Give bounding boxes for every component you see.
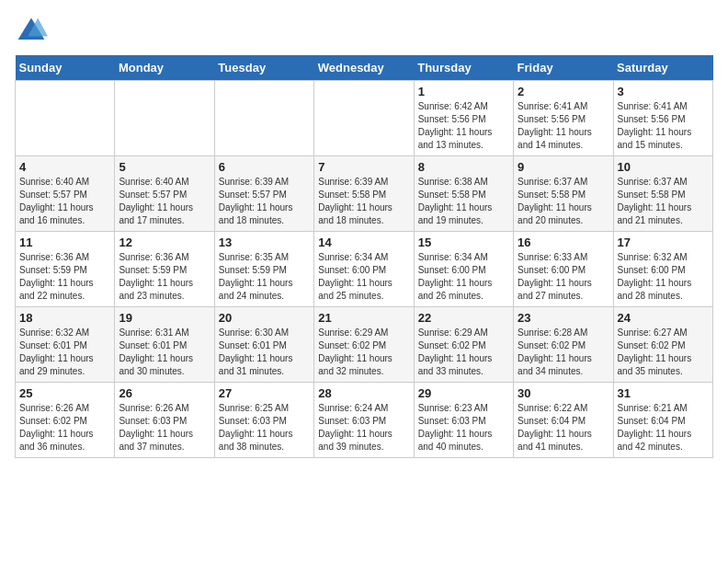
calendar-cell: 31Sunrise: 6:21 AM Sunset: 6:04 PM Dayli… bbox=[613, 383, 712, 458]
calendar-cell: 6Sunrise: 6:39 AM Sunset: 5:57 PM Daylig… bbox=[214, 156, 313, 232]
day-info: Sunrise: 6:36 AM Sunset: 5:59 PM Dayligh… bbox=[19, 251, 110, 303]
day-number: 31 bbox=[618, 386, 709, 400]
day-number: 3 bbox=[618, 85, 709, 98]
week-row-5: 25Sunrise: 6:26 AM Sunset: 6:02 PM Dayli… bbox=[16, 383, 713, 458]
day-info: Sunrise: 6:29 AM Sunset: 6:02 PM Dayligh… bbox=[318, 327, 409, 378]
day-number: 12 bbox=[119, 236, 210, 249]
day-number: 23 bbox=[518, 311, 609, 325]
day-info: Sunrise: 6:24 AM Sunset: 6:03 PM Dayligh… bbox=[318, 402, 409, 454]
calendar-cell: 17Sunrise: 6:32 AM Sunset: 6:00 PM Dayli… bbox=[613, 232, 712, 307]
day-number: 19 bbox=[119, 311, 210, 325]
calendar-cell: 2Sunrise: 6:41 AM Sunset: 5:56 PM Daylig… bbox=[514, 81, 613, 156]
day-info: Sunrise: 6:35 AM Sunset: 5:59 PM Dayligh… bbox=[219, 251, 310, 303]
day-number: 14 bbox=[318, 236, 409, 249]
day-info: Sunrise: 6:32 AM Sunset: 6:00 PM Dayligh… bbox=[618, 251, 709, 303]
calendar-cell: 25Sunrise: 6:26 AM Sunset: 6:02 PM Dayli… bbox=[16, 383, 115, 458]
day-info: Sunrise: 6:25 AM Sunset: 6:03 PM Dayligh… bbox=[219, 402, 310, 454]
logo bbox=[15, 15, 53, 48]
day-number: 10 bbox=[618, 160, 709, 174]
day-info: Sunrise: 6:29 AM Sunset: 6:02 PM Dayligh… bbox=[418, 327, 509, 378]
calendar-cell: 13Sunrise: 6:35 AM Sunset: 5:59 PM Dayli… bbox=[214, 232, 313, 307]
day-info: Sunrise: 6:39 AM Sunset: 5:58 PM Dayligh… bbox=[318, 176, 409, 227]
calendar-cell: 30Sunrise: 6:22 AM Sunset: 6:04 PM Dayli… bbox=[514, 383, 613, 458]
calendar-cell: 27Sunrise: 6:25 AM Sunset: 6:03 PM Dayli… bbox=[214, 383, 313, 458]
calendar-cell: 20Sunrise: 6:30 AM Sunset: 6:01 PM Dayli… bbox=[214, 307, 313, 383]
day-info: Sunrise: 6:37 AM Sunset: 5:58 PM Dayligh… bbox=[618, 176, 709, 227]
calendar-cell: 28Sunrise: 6:24 AM Sunset: 6:03 PM Dayli… bbox=[314, 383, 414, 458]
day-number: 16 bbox=[518, 236, 609, 249]
day-info: Sunrise: 6:39 AM Sunset: 5:57 PM Dayligh… bbox=[219, 176, 310, 227]
calendar-cell: 1Sunrise: 6:42 AM Sunset: 5:56 PM Daylig… bbox=[414, 81, 513, 156]
day-info: Sunrise: 6:34 AM Sunset: 6:00 PM Dayligh… bbox=[418, 251, 509, 303]
day-info: Sunrise: 6:32 AM Sunset: 6:01 PM Dayligh… bbox=[19, 327, 110, 378]
day-info: Sunrise: 6:22 AM Sunset: 6:04 PM Dayligh… bbox=[518, 402, 609, 454]
week-row-2: 4Sunrise: 6:40 AM Sunset: 5:57 PM Daylig… bbox=[16, 156, 713, 232]
day-number: 13 bbox=[219, 236, 310, 249]
day-number: 6 bbox=[219, 160, 310, 174]
day-info: Sunrise: 6:40 AM Sunset: 5:57 PM Dayligh… bbox=[19, 176, 110, 227]
calendar-cell: 3Sunrise: 6:41 AM Sunset: 5:56 PM Daylig… bbox=[613, 81, 712, 156]
day-number: 29 bbox=[418, 386, 509, 400]
header-tuesday: Tuesday bbox=[214, 55, 313, 81]
day-number: 18 bbox=[19, 311, 110, 325]
day-number: 8 bbox=[418, 160, 509, 174]
day-info: Sunrise: 6:23 AM Sunset: 6:03 PM Dayligh… bbox=[418, 402, 509, 454]
week-row-3: 11Sunrise: 6:36 AM Sunset: 5:59 PM Dayli… bbox=[16, 232, 713, 307]
day-info: Sunrise: 6:31 AM Sunset: 6:01 PM Dayligh… bbox=[119, 327, 210, 378]
header-friday: Friday bbox=[514, 55, 613, 81]
calendar-cell bbox=[314, 81, 414, 156]
day-number: 28 bbox=[318, 386, 409, 400]
header-saturday: Saturday bbox=[613, 55, 712, 81]
calendar-cell: 10Sunrise: 6:37 AM Sunset: 5:58 PM Dayli… bbox=[613, 156, 712, 232]
calendar-cell: 8Sunrise: 6:38 AM Sunset: 5:58 PM Daylig… bbox=[414, 156, 513, 232]
calendar-cell: 16Sunrise: 6:33 AM Sunset: 6:00 PM Dayli… bbox=[514, 232, 613, 307]
calendar-cell bbox=[115, 81, 214, 156]
week-row-1: 1Sunrise: 6:42 AM Sunset: 5:56 PM Daylig… bbox=[16, 81, 713, 156]
day-info: Sunrise: 6:26 AM Sunset: 6:02 PM Dayligh… bbox=[19, 402, 110, 454]
header-wednesday: Wednesday bbox=[314, 55, 414, 81]
day-info: Sunrise: 6:41 AM Sunset: 5:56 PM Dayligh… bbox=[518, 100, 609, 152]
day-number: 26 bbox=[119, 386, 210, 400]
day-number: 22 bbox=[418, 311, 509, 325]
day-number: 9 bbox=[518, 160, 609, 174]
day-info: Sunrise: 6:36 AM Sunset: 5:59 PM Dayligh… bbox=[119, 251, 210, 303]
calendar-cell bbox=[16, 81, 115, 156]
day-number: 4 bbox=[19, 160, 110, 174]
day-info: Sunrise: 6:28 AM Sunset: 6:02 PM Dayligh… bbox=[518, 327, 609, 378]
day-info: Sunrise: 6:30 AM Sunset: 6:01 PM Dayligh… bbox=[219, 327, 310, 378]
day-number: 11 bbox=[19, 236, 110, 249]
calendar-cell: 9Sunrise: 6:37 AM Sunset: 5:58 PM Daylig… bbox=[514, 156, 613, 232]
day-number: 25 bbox=[19, 386, 110, 400]
header-sunday: Sunday bbox=[16, 55, 115, 81]
calendar-cell: 24Sunrise: 6:27 AM Sunset: 6:02 PM Dayli… bbox=[613, 307, 712, 383]
day-info: Sunrise: 6:26 AM Sunset: 6:03 PM Dayligh… bbox=[119, 402, 210, 454]
calendar-cell: 26Sunrise: 6:26 AM Sunset: 6:03 PM Dayli… bbox=[115, 383, 214, 458]
day-info: Sunrise: 6:27 AM Sunset: 6:02 PM Dayligh… bbox=[618, 327, 709, 378]
day-info: Sunrise: 6:34 AM Sunset: 6:00 PM Dayligh… bbox=[318, 251, 409, 303]
logo-icon bbox=[15, 15, 48, 48]
header-thursday: Thursday bbox=[414, 55, 513, 81]
calendar-cell: 22Sunrise: 6:29 AM Sunset: 6:02 PM Dayli… bbox=[414, 307, 513, 383]
week-row-4: 18Sunrise: 6:32 AM Sunset: 6:01 PM Dayli… bbox=[16, 307, 713, 383]
calendar-cell: 18Sunrise: 6:32 AM Sunset: 6:01 PM Dayli… bbox=[16, 307, 115, 383]
day-number: 5 bbox=[119, 160, 210, 174]
calendar-cell: 12Sunrise: 6:36 AM Sunset: 5:59 PM Dayli… bbox=[115, 232, 214, 307]
day-info: Sunrise: 6:21 AM Sunset: 6:04 PM Dayligh… bbox=[618, 402, 709, 454]
calendar-cell: 19Sunrise: 6:31 AM Sunset: 6:01 PM Dayli… bbox=[115, 307, 214, 383]
calendar-cell: 23Sunrise: 6:28 AM Sunset: 6:02 PM Dayli… bbox=[514, 307, 613, 383]
day-number: 2 bbox=[518, 85, 609, 98]
calendar-cell: 4Sunrise: 6:40 AM Sunset: 5:57 PM Daylig… bbox=[16, 156, 115, 232]
day-info: Sunrise: 6:42 AM Sunset: 5:56 PM Dayligh… bbox=[418, 100, 509, 152]
day-info: Sunrise: 6:41 AM Sunset: 5:56 PM Dayligh… bbox=[618, 100, 709, 152]
day-number: 20 bbox=[219, 311, 310, 325]
calendar-cell: 11Sunrise: 6:36 AM Sunset: 5:59 PM Dayli… bbox=[16, 232, 115, 307]
calendar-cell: 7Sunrise: 6:39 AM Sunset: 5:58 PM Daylig… bbox=[314, 156, 414, 232]
day-info: Sunrise: 6:33 AM Sunset: 6:00 PM Dayligh… bbox=[518, 251, 609, 303]
calendar-cell: 21Sunrise: 6:29 AM Sunset: 6:02 PM Dayli… bbox=[314, 307, 414, 383]
header-row: SundayMondayTuesdayWednesdayThursdayFrid… bbox=[16, 55, 713, 81]
day-info: Sunrise: 6:38 AM Sunset: 5:58 PM Dayligh… bbox=[418, 176, 509, 227]
day-number: 7 bbox=[318, 160, 409, 174]
day-number: 15 bbox=[418, 236, 509, 249]
calendar-cell: 14Sunrise: 6:34 AM Sunset: 6:00 PM Dayli… bbox=[314, 232, 414, 307]
day-number: 30 bbox=[518, 386, 609, 400]
